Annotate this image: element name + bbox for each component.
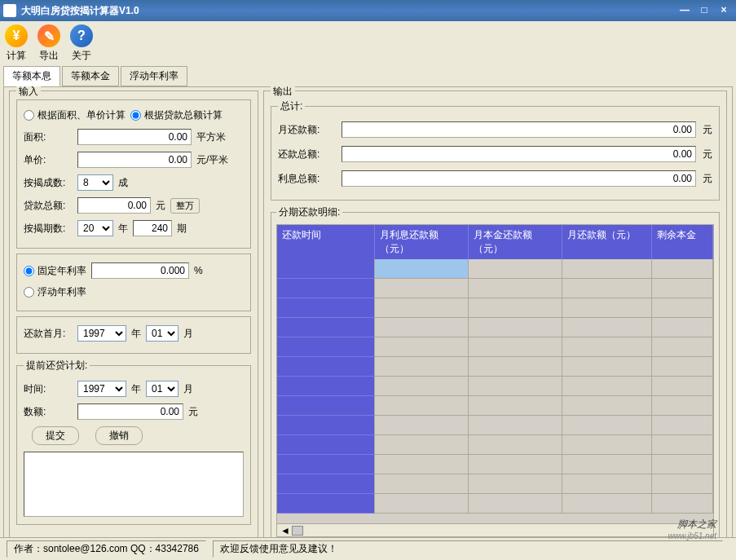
status-author: 作者：sontolee@126.com QQ：43342786	[7, 540, 206, 558]
firstpay-group: 还款首月:1997年01月	[16, 316, 251, 354]
submit-button[interactable]: 提交	[32, 426, 79, 445]
window-title: 大明白房贷按揭计算器V1.0	[21, 4, 674, 18]
prepay-amount-input[interactable]	[77, 403, 183, 420]
table-row[interactable]	[277, 298, 713, 318]
grid-header: 还款时间 月利息还款额（元） 月本金还款额（元） 月还款额（元） 剩余本金	[277, 225, 713, 259]
tab-float-rate[interactable]: 浮动年利率	[121, 66, 187, 86]
rate-group: 固定年利率% 浮动年利率	[16, 254, 251, 311]
export-button[interactable]: ✎ 导出	[37, 24, 60, 63]
radio-by-area[interactable]: 根据面积、单价计算	[24, 108, 126, 122]
prepay-log[interactable]	[24, 452, 244, 517]
question-icon: ?	[70, 24, 93, 47]
close-button[interactable]: ×	[715, 4, 733, 17]
tab-equal-installment[interactable]: 等额本息	[3, 66, 60, 86]
scroll-left-icon[interactable]: ◄	[280, 525, 290, 536]
years-select[interactable]: 20	[77, 220, 113, 236]
about-button[interactable]: ? 关于	[70, 24, 93, 63]
toolbar: ¥ 计算 ✎ 导出 ? 关于	[0, 21, 736, 67]
area-input[interactable]	[77, 129, 192, 145]
output-panel: 输出 总计: 月还款额:元 还款总额:元 利息总额:元 分期还款明细: 还款时间…	[263, 90, 727, 555]
detail-grid[interactable]: 还款时间 月利息还款额（元） 月本金还款额（元） 月还款额（元） 剩余本金 ◄	[276, 224, 714, 537]
table-row[interactable]	[277, 377, 713, 396]
table-row[interactable]	[277, 396, 713, 416]
scroll-thumb[interactable]	[292, 526, 303, 536]
table-row[interactable]	[277, 318, 713, 337]
interest-output	[342, 170, 696, 187]
monthly-output	[342, 121, 696, 138]
minimize-button[interactable]: —	[676, 4, 694, 17]
round-wan-button[interactable]: 整万	[170, 198, 200, 214]
rate-input[interactable]	[91, 262, 189, 279]
title-bar: 大明白房贷按揭计算器V1.0 — □ ×	[0, 0, 736, 21]
tab-strip: 等额本息 等额本金 浮动年利率	[0, 66, 736, 86]
grid-body	[277, 259, 713, 523]
table-row[interactable]	[277, 455, 713, 474]
loan-input[interactable]	[77, 197, 151, 214]
status-welcome: 欢迎反馈使用意见及建议！	[213, 540, 723, 558]
horizontal-scrollbar[interactable]: ◄	[277, 523, 713, 536]
prepay-month-select[interactable]: 01	[146, 381, 178, 397]
input-panel: 输入 根据面积、单价计算 根据贷款总额计算 面积:平方米 单价:元/平米 按揭成…	[9, 90, 258, 555]
radio-by-total[interactable]: 根据贷款总额计算	[130, 108, 223, 122]
prepay-group: 提前还贷计划: 时间:1997年01月 数额:元 提交撤销	[16, 359, 251, 525]
price-input[interactable]	[77, 152, 192, 168]
export-icon: ✎	[37, 24, 60, 47]
summary-group: 总计: 月还款额:元 还款总额:元 利息总额:元	[271, 99, 720, 201]
yen-icon: ¥	[5, 24, 28, 47]
ratio-select[interactable]: 8	[77, 174, 113, 191]
cancel-button[interactable]: 撤销	[95, 426, 143, 445]
months-input[interactable]	[133, 220, 172, 236]
app-icon	[3, 4, 16, 17]
prepay-year-select[interactable]: 1997	[77, 381, 126, 397]
maximize-button[interactable]: □	[695, 4, 713, 17]
table-row[interactable]	[277, 494, 713, 514]
radio-fixed-rate[interactable]: 固定年利率	[24, 264, 86, 278]
table-row[interactable]	[277, 435, 713, 455]
calc-mode-group: 根据面积、单价计算 根据贷款总额计算 面积:平方米 单价:元/平米 按揭成数:8…	[16, 99, 251, 249]
table-row[interactable]	[277, 416, 713, 435]
detail-group: 分期还款明细: 还款时间 月利息还款额（元） 月本金还款额（元） 月还款额（元）…	[271, 205, 720, 543]
firstpay-year-select[interactable]: 1997	[77, 325, 126, 342]
table-row[interactable]	[277, 337, 713, 357]
table-row[interactable]	[277, 474, 713, 494]
radio-float-rate[interactable]: 浮动年利率	[24, 285, 86, 299]
firstpay-month-select[interactable]: 01	[146, 325, 178, 342]
calc-button[interactable]: ¥ 计算	[5, 24, 28, 63]
table-row[interactable]	[277, 279, 713, 298]
tab-equal-principal[interactable]: 等额本金	[62, 66, 119, 86]
table-row[interactable]	[277, 259, 713, 279]
total-output	[342, 146, 696, 162]
table-row[interactable]	[277, 357, 713, 377]
status-bar: 作者：sontolee@126.com QQ：43342786 欢迎反馈使用意见…	[0, 537, 736, 560]
